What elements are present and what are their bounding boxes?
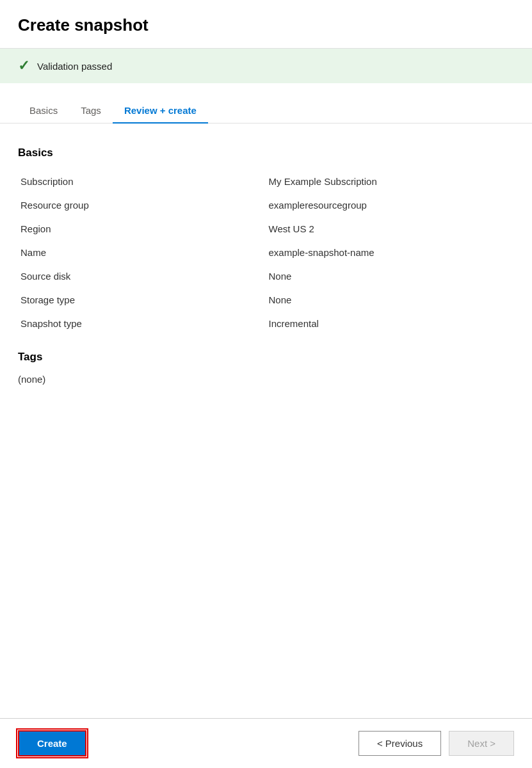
validation-banner: ✓ Validation passed xyxy=(0,49,532,83)
value-snapshot-type: Incremental xyxy=(266,312,515,335)
footer-bar: Create < Previous Next > xyxy=(0,718,532,768)
tags-value: (none) xyxy=(18,374,514,385)
label-name: Name xyxy=(18,241,266,264)
value-source-disk: None xyxy=(266,264,515,288)
value-region: West US 2 xyxy=(266,217,515,241)
next-button: Next > xyxy=(449,731,514,756)
create-button[interactable]: Create xyxy=(18,730,86,756)
tags-section: Tags (none) xyxy=(18,351,514,385)
page-title: Create snapshot xyxy=(18,15,514,35)
value-name: example-snapshot-name xyxy=(266,241,515,264)
table-row: Resource group exampleresourcegroup xyxy=(18,193,514,217)
page-container: Create snapshot ✓ Validation passed Basi… xyxy=(0,0,532,768)
value-subscription: My Example Subscription xyxy=(266,170,515,193)
basics-review-table: Subscription My Example Subscription Res… xyxy=(18,170,514,335)
label-subscription: Subscription xyxy=(18,170,266,193)
table-row: Snapshot type Incremental xyxy=(18,312,514,335)
table-row: Source disk None xyxy=(18,264,514,288)
label-source-disk: Source disk xyxy=(18,264,266,288)
page-header: Create snapshot xyxy=(0,0,532,49)
tab-basics[interactable]: Basics xyxy=(18,99,69,124)
label-snapshot-type: Snapshot type xyxy=(18,312,266,335)
tab-tags[interactable]: Tags xyxy=(69,99,113,124)
value-resource-group: exampleresourcegroup xyxy=(266,193,515,217)
label-region: Region xyxy=(18,217,266,241)
value-storage-type: None xyxy=(266,288,515,312)
table-row: Region West US 2 xyxy=(18,217,514,241)
validation-text: Validation passed xyxy=(37,61,112,72)
previous-button[interactable]: < Previous xyxy=(359,731,441,756)
label-resource-group: Resource group xyxy=(18,193,266,217)
tab-review-create[interactable]: Review + create xyxy=(113,99,208,124)
basics-section-title: Basics xyxy=(18,147,514,159)
label-storage-type: Storage type xyxy=(18,288,266,312)
table-row: Subscription My Example Subscription xyxy=(18,170,514,193)
validation-check-icon: ✓ xyxy=(18,59,29,73)
table-row: Storage type None xyxy=(18,288,514,312)
tabs-container: Basics Tags Review + create xyxy=(0,99,532,124)
content-area: Basics Subscription My Example Subscript… xyxy=(0,124,532,718)
table-row: Name example-snapshot-name xyxy=(18,241,514,264)
tags-section-title: Tags xyxy=(18,351,514,364)
